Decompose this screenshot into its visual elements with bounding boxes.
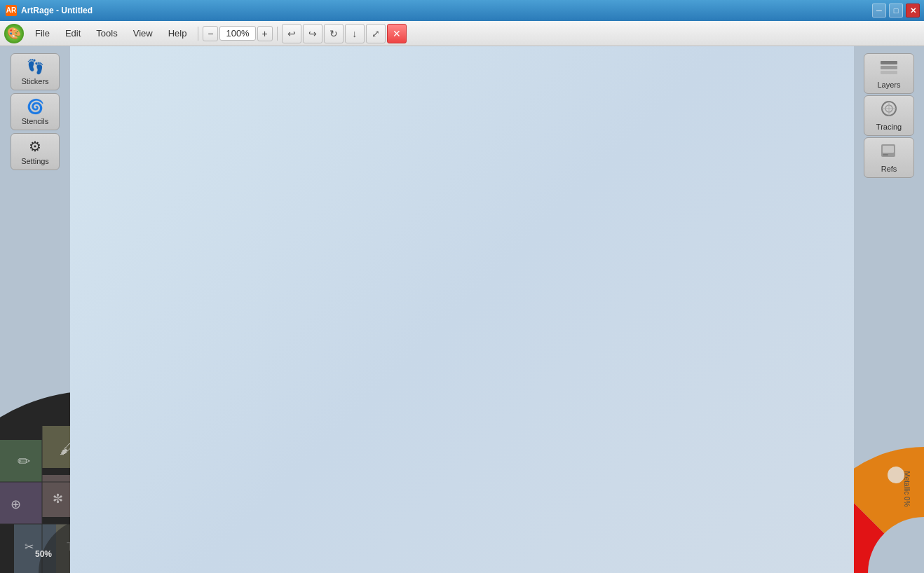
view-menu[interactable]: View bbox=[126, 25, 160, 41]
import-button[interactable]: ↓ bbox=[345, 24, 365, 43]
minimize-button[interactable]: ─ bbox=[872, 4, 886, 18]
titlebar: AR ArtRage - Untitled ─ □ ✕ bbox=[0, 0, 924, 21]
canvas-area[interactable] bbox=[70, 46, 854, 573]
separator-2 bbox=[277, 27, 278, 41]
close-canvas-button[interactable]: ✕ bbox=[387, 24, 407, 43]
menubar: 🎨 File Edit Tools View Help − 100% + ↩ ↪… bbox=[0, 21, 924, 46]
window-controls: ─ □ ✕ bbox=[872, 4, 920, 18]
undo-button[interactable]: ↩ bbox=[282, 24, 301, 43]
fullscreen-button[interactable]: ⤢ bbox=[366, 24, 386, 43]
app-icon: AR bbox=[6, 5, 17, 16]
edit-menu[interactable]: Edit bbox=[58, 25, 88, 41]
rotate-button[interactable]: ↻ bbox=[324, 24, 344, 43]
tools-menu[interactable]: Tools bbox=[89, 25, 124, 41]
maximize-button[interactable]: □ bbox=[889, 4, 903, 18]
redo-button[interactable]: ↪ bbox=[303, 24, 322, 43]
app-logo: 🎨 bbox=[4, 24, 24, 43]
zoom-out-button[interactable]: − bbox=[203, 26, 218, 41]
app-title: ArtRage - Untitled bbox=[21, 6, 93, 15]
close-window-button[interactable]: ✕ bbox=[906, 4, 920, 18]
file-menu[interactable]: File bbox=[28, 25, 57, 41]
zoom-control: − 100% + bbox=[203, 26, 272, 41]
zoom-in-button[interactable]: + bbox=[257, 26, 273, 41]
zoom-value[interactable]: 100% bbox=[219, 26, 255, 41]
separator-1 bbox=[198, 27, 198, 41]
help-menu[interactable]: Help bbox=[161, 25, 194, 41]
